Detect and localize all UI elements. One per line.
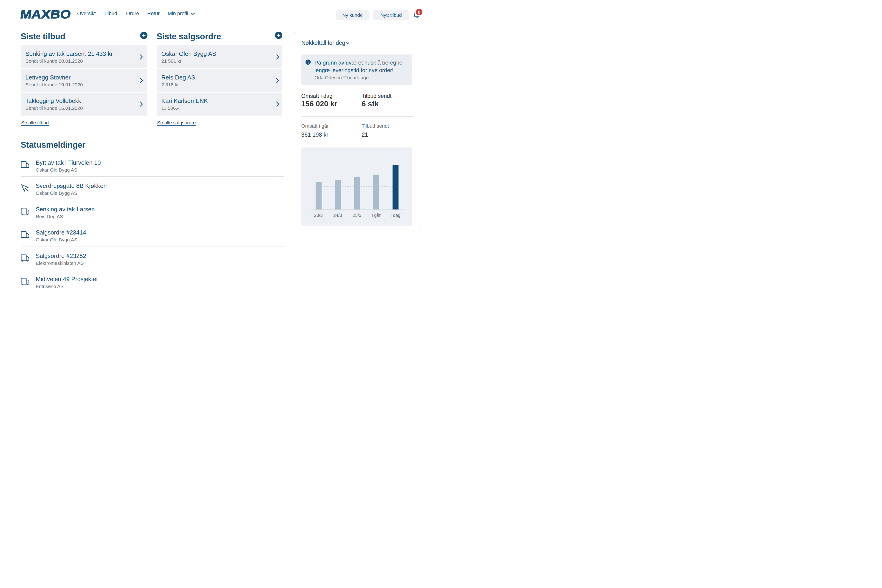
svg-text:MAXBO: MAXBO: [20, 8, 72, 19]
